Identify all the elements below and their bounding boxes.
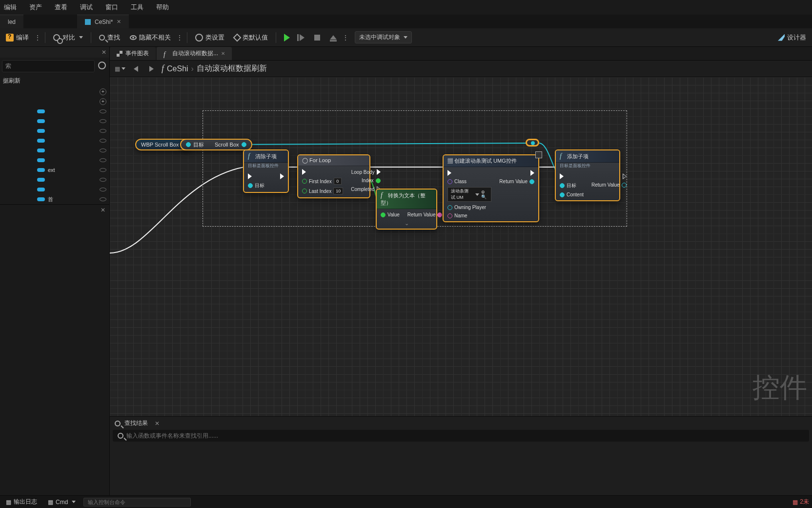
graph-menu-button[interactable]: ▦ xyxy=(115,64,125,74)
compile-options-button[interactable]: ⋮ xyxy=(35,34,41,41)
output-pin[interactable] xyxy=(242,142,246,147)
close-panel-icon[interactable]: ✕ xyxy=(101,207,105,213)
reroute-node[interactable] xyxy=(526,139,539,147)
add-icon[interactable]: + xyxy=(100,98,106,105)
play-options-button[interactable]: ⋮ xyxy=(343,34,349,41)
designer-button[interactable]: 设计器 xyxy=(774,31,810,44)
collapse-node-icon[interactable] xyxy=(535,151,542,158)
exec-in-pin[interactable] xyxy=(560,173,564,179)
output-pin[interactable] xyxy=(622,183,627,188)
menu-edit[interactable]: 编辑 xyxy=(3,2,18,13)
console-input[interactable] xyxy=(83,498,191,507)
step-button[interactable] xyxy=(296,32,308,43)
visibility-icon[interactable] xyxy=(100,158,106,162)
variable-row[interactable]: ext xyxy=(0,165,109,175)
input-pin[interactable] xyxy=(381,212,386,217)
nav-forward-button[interactable] xyxy=(146,64,157,74)
breadcrumb-function[interactable]: 自动滚动框数据刷新 xyxy=(197,64,267,74)
variable-row[interactable] xyxy=(0,136,109,146)
category-row[interactable]: + xyxy=(0,97,109,106)
exec-in-pin[interactable] xyxy=(248,173,252,179)
visibility-icon[interactable] xyxy=(100,178,106,182)
event-graph-tab[interactable]: 事件图表 xyxy=(110,47,156,60)
expand-icon[interactable]: ⌄ xyxy=(377,220,436,229)
exec-out-pin[interactable] xyxy=(377,169,381,175)
menu-window[interactable]: 窗口 xyxy=(104,2,119,13)
input-pin[interactable] xyxy=(302,179,307,184)
hide-unrelated-button[interactable]: 隐藏不相关 xyxy=(126,31,175,44)
visibility-icon[interactable] xyxy=(100,188,106,191)
class-picker[interactable]: 滚动条测试 UM ⊚ 🔍 xyxy=(447,187,491,202)
class-settings-button[interactable]: 类设置 xyxy=(191,31,228,44)
input-pin[interactable] xyxy=(186,142,191,147)
input-pin[interactable] xyxy=(447,179,452,184)
variable-row[interactable] xyxy=(0,185,109,194)
variable-row[interactable] xyxy=(0,146,109,155)
exec-in-pin[interactable] xyxy=(302,169,306,175)
cmd-dropdown[interactable]: ▦ Cmd xyxy=(45,498,79,507)
variable-row[interactable] xyxy=(0,106,109,116)
visibility-icon[interactable] xyxy=(100,109,106,113)
file-tab-ceshi[interactable]: CeShi* ✕ xyxy=(77,15,129,28)
close-tab-icon[interactable]: ✕ xyxy=(117,19,121,25)
menu-view[interactable]: 查看 xyxy=(54,2,68,13)
file-tab-untitled[interactable]: led xyxy=(0,15,23,28)
stop-button[interactable] xyxy=(310,33,324,42)
menu-help[interactable]: 帮助 xyxy=(155,2,170,13)
node-target[interactable]: 目标 Scroll Box xyxy=(180,139,252,150)
input-pin[interactable] xyxy=(248,183,253,188)
input-pin[interactable] xyxy=(447,205,452,210)
node-add-child[interactable]: f 添加子项 目标是面板控件 目标 Content Return Value xyxy=(555,149,620,201)
close-panel-icon[interactable]: ✕ xyxy=(155,420,160,427)
class-defaults-button[interactable]: 类默认值 xyxy=(230,31,272,44)
unsaved-count[interactable]: ▦ 2未 xyxy=(792,498,809,506)
debug-target-dropdown[interactable]: 未选中调试对象 xyxy=(355,31,412,43)
visibility-icon[interactable] xyxy=(100,129,106,133)
breadcrumb-object[interactable]: CeShi xyxy=(167,64,188,73)
function-graph-tab[interactable]: f自动滚动框数据...✕ xyxy=(157,47,232,60)
eject-button[interactable] xyxy=(326,33,341,42)
find-button[interactable]: 查找 xyxy=(95,31,124,44)
variable-row[interactable] xyxy=(0,126,109,136)
compile-button[interactable]: 编译 xyxy=(2,31,33,44)
input-pin[interactable] xyxy=(447,213,452,218)
visibility-icon[interactable] xyxy=(100,148,106,152)
category-row[interactable]: + xyxy=(0,87,109,97)
exec-in-pin[interactable] xyxy=(447,170,451,176)
visibility-icon[interactable] xyxy=(100,197,106,201)
node-clear-children[interactable]: f 清除子项 目标是面板控件 目标 xyxy=(243,149,289,193)
output-pin[interactable] xyxy=(376,178,381,183)
diff-button[interactable]: 对比 xyxy=(49,31,87,44)
exec-out-pin[interactable] xyxy=(623,173,627,179)
function-item[interactable]: 据刷新 xyxy=(0,75,109,87)
find-input[interactable] xyxy=(126,432,804,439)
exec-out-pin[interactable] xyxy=(530,170,534,176)
variable-row[interactable] xyxy=(0,155,109,165)
input-pin[interactable] xyxy=(560,192,565,197)
visibility-icon[interactable] xyxy=(100,119,106,123)
node-to-text[interactable]: f 转换为文本（整型） Value Return Value ⌄ xyxy=(376,189,437,230)
output-pin[interactable] xyxy=(529,179,534,184)
blueprint-graph-canvas[interactable]: WBP Scroll Box 目标 Scroll Box f 清除子项 目标是面… xyxy=(110,77,812,416)
search-settings-button[interactable] xyxy=(97,60,107,71)
close-panel-icon[interactable]: ✕ xyxy=(102,49,106,56)
output-log-button[interactable]: ▦ 输出日志 xyxy=(3,497,40,507)
add-icon[interactable]: + xyxy=(100,88,106,95)
play-button[interactable] xyxy=(280,32,294,43)
output-pin[interactable] xyxy=(437,212,442,217)
hide-options-button[interactable]: ⋮ xyxy=(177,34,183,41)
variable-row[interactable] xyxy=(0,175,109,185)
node-for-loop[interactable]: ◯ For Loop First Index0 Last Index10 Loo… xyxy=(297,154,370,198)
menu-asset[interactable]: 资产 xyxy=(28,2,43,13)
nav-back-button[interactable] xyxy=(130,64,141,74)
input-pin[interactable] xyxy=(302,189,307,193)
close-tab-icon[interactable]: ✕ xyxy=(221,51,225,56)
visibility-icon[interactable] xyxy=(100,139,106,143)
menu-tools[interactable]: 工具 xyxy=(130,2,144,13)
visibility-icon[interactable] xyxy=(100,168,106,172)
node-create-widget[interactable]: ▦ 创建滚动条测试 UMG控件 Class 滚动条测试 UM ⊚ 🔍 Ownin… xyxy=(443,154,539,222)
exec-out-pin[interactable] xyxy=(280,173,284,179)
menu-debug[interactable]: 调试 xyxy=(79,2,94,13)
variable-row[interactable] xyxy=(0,116,109,126)
search-input[interactable]: 索 xyxy=(2,60,95,72)
